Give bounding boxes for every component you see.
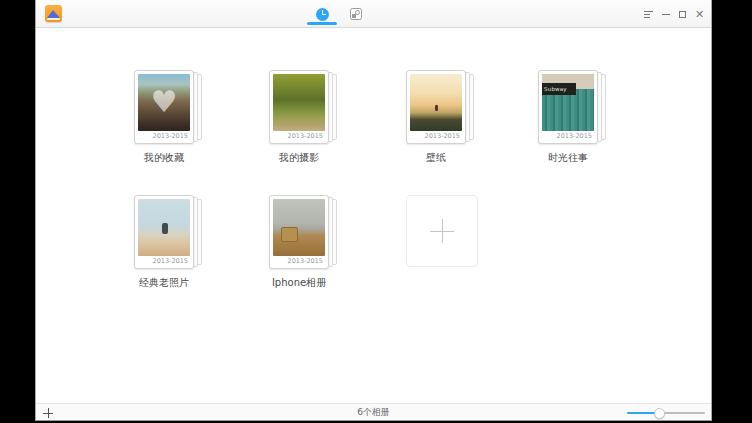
clock-icon xyxy=(316,8,329,21)
app-window: ✕ ♥ 2013-2015 我的收藏 2013-2015 我的摄影 xyxy=(35,0,712,421)
album-name: 经典老照片 xyxy=(139,276,189,290)
album-date-range: 2013-2015 xyxy=(425,132,460,140)
window-controls: ✕ xyxy=(640,0,708,28)
title-bar[interactable]: ✕ xyxy=(36,0,711,28)
album-view-icon xyxy=(350,8,362,20)
menu-button[interactable] xyxy=(640,2,657,26)
close-button[interactable]: ✕ xyxy=(691,2,708,26)
album-card[interactable]: 2013-2015 Iphone相册 xyxy=(269,195,329,293)
maximize-icon xyxy=(679,11,686,18)
album-date-range: 2013-2015 xyxy=(153,257,188,265)
album-cover-photo xyxy=(138,199,190,256)
icon-strip xyxy=(47,18,60,20)
album-card[interactable]: 2013-2015 经典老照片 xyxy=(134,195,194,293)
album-date-range: 2013-2015 xyxy=(288,132,323,140)
active-tab-underline xyxy=(307,22,337,25)
album-card[interactable]: Subway 2013-2015 时光往事 xyxy=(538,70,598,168)
maximize-button[interactable] xyxy=(674,2,691,26)
close-icon: ✕ xyxy=(695,9,704,20)
minimize-button[interactable] xyxy=(657,2,674,26)
album-cover: Subway 2013-2015 xyxy=(538,70,598,144)
subway-sign: Subway xyxy=(542,83,576,95)
app-logo-icon xyxy=(45,5,62,22)
album-cover-photo xyxy=(273,199,325,256)
album-cover-photo: ♥ xyxy=(138,74,190,131)
status-bar: 6个相册 xyxy=(36,403,711,420)
slider-track-rest xyxy=(660,412,705,414)
album-cover: 2013-2015 xyxy=(134,195,194,269)
view-tabs xyxy=(305,0,373,28)
album-cover: 2013-2015 xyxy=(269,195,329,269)
menu-icon xyxy=(644,11,653,18)
album-date-range: 2013-2015 xyxy=(153,132,188,140)
album-card[interactable]: ♥ 2013-2015 我的收藏 xyxy=(134,70,194,168)
minimize-icon xyxy=(662,14,670,15)
heart-overlay-icon: ♥ xyxy=(151,86,178,116)
album-name: 我的摄影 xyxy=(279,151,319,165)
album-name: 时光往事 xyxy=(548,151,588,165)
album-cover: ♥ 2013-2015 xyxy=(134,70,194,144)
album-card[interactable]: 2013-2015 壁纸 xyxy=(406,70,466,168)
album-date-range: 2013-2015 xyxy=(557,132,592,140)
album-card[interactable]: 2013-2015 我的摄影 xyxy=(269,70,329,168)
thumbnail-size-slider[interactable] xyxy=(627,404,705,421)
album-cover-photo xyxy=(410,74,462,131)
slider-thumb[interactable] xyxy=(654,408,665,419)
album-cover-photo: Subway xyxy=(542,74,594,131)
album-name: 壁纸 xyxy=(426,151,446,165)
tab-album[interactable] xyxy=(339,0,373,28)
album-cover: 2013-2015 xyxy=(269,70,329,144)
album-cover: 2013-2015 xyxy=(406,70,466,144)
album-name: Iphone相册 xyxy=(272,276,326,290)
album-grid: ♥ 2013-2015 我的收藏 2013-2015 我的摄影 2013-201… xyxy=(36,28,711,403)
album-count-text: 6个相册 xyxy=(36,404,711,421)
album-name: 我的收藏 xyxy=(144,151,184,165)
album-date-range: 2013-2015 xyxy=(288,257,323,265)
mountain-glyph xyxy=(47,10,60,18)
album-cover-photo xyxy=(273,74,325,131)
add-album-tile[interactable] xyxy=(406,195,478,267)
tab-timeline[interactable] xyxy=(305,0,339,28)
